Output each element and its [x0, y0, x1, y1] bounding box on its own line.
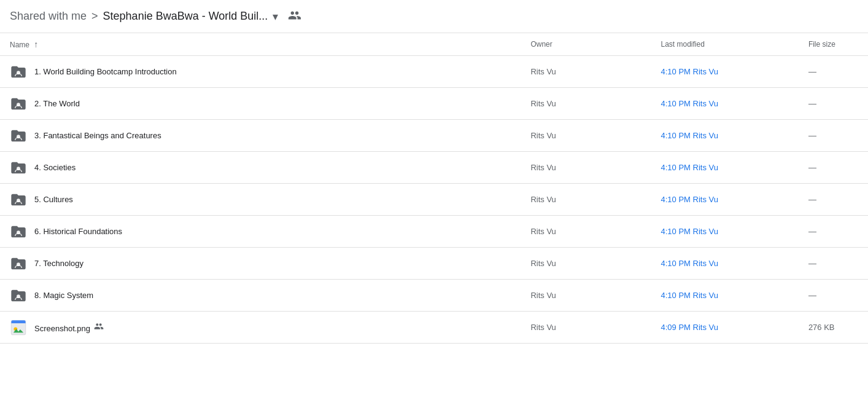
file-name-label: 2. The World [34, 99, 80, 108]
file-name-cell[interactable]: 1. World Building Bootcamp Introduction [0, 56, 521, 88]
breadcrumb-dropdown-button[interactable]: ▾ [273, 10, 278, 23]
folder-icon [10, 159, 27, 176]
file-name-label: 4. Societies [34, 163, 76, 172]
folder-icon [10, 127, 27, 144]
file-name-cell[interactable]: 5. Cultures [0, 184, 521, 216]
file-owner-cell: Rits Vu [521, 280, 651, 312]
table-row[interactable]: 6. Historical Foundations Rits Vu 4:10 P… [0, 216, 868, 248]
column-header-name[interactable]: Name ↑ [0, 33, 521, 56]
breadcrumb-people-icon[interactable] [288, 9, 301, 24]
table-row[interactable]: 4. Societies Rits Vu 4:10 PM Rits Vu — [0, 152, 868, 184]
file-size-cell: — [799, 120, 868, 152]
table-row[interactable]: 7. Technology Rits Vu 4:10 PM Rits Vu — [0, 248, 868, 280]
file-modified-cell: 4:10 PM Rits Vu [651, 184, 799, 216]
file-modified-cell: 4:10 PM Rits Vu [651, 120, 799, 152]
file-modified-cell: 4:10 PM Rits Vu [651, 248, 799, 280]
sort-ascending-icon: ↑ [34, 39, 38, 49]
table-row[interactable]: 3. Fantastical Beings and Creatures Rits… [0, 120, 868, 152]
file-name-cell[interactable]: 4. Societies [0, 152, 521, 184]
file-size-cell: 276 KB [799, 312, 868, 344]
file-name-cell[interactable]: Screenshot.png [0, 312, 521, 344]
file-name-label: 7. Technology [34, 259, 83, 268]
breadcrumb: Shared with me > Stephanie BwaBwa - Worl… [0, 0, 868, 33]
file-modified-cell: 4:10 PM Rits Vu [651, 56, 799, 88]
file-modified-cell: 4:10 PM Rits Vu [651, 280, 799, 312]
folder-icon [10, 223, 27, 240]
file-name-cell[interactable]: 2. The World [0, 88, 521, 120]
shared-people-icon [94, 321, 104, 331]
file-owner-cell: Rits Vu [521, 120, 651, 152]
folder-icon [10, 191, 27, 208]
file-name-label: Screenshot.png [34, 321, 104, 333]
file-owner-cell: Rits Vu [521, 56, 651, 88]
table-row[interactable]: Screenshot.png Rits Vu 4:09 PM Rits Vu 2… [0, 312, 868, 344]
file-name-cell[interactable]: 3. Fantastical Beings and Creatures [0, 120, 521, 152]
file-size-cell: — [799, 184, 868, 216]
file-modified-cell: 4:10 PM Rits Vu [651, 216, 799, 248]
file-size-cell: — [799, 280, 868, 312]
file-name-label: 5. Cultures [34, 195, 73, 204]
folder-icon [10, 95, 27, 112]
table-row[interactable]: 8. Magic System Rits Vu 4:10 PM Rits Vu … [0, 280, 868, 312]
folder-icon [10, 63, 27, 81]
table-row[interactable]: 5. Cultures Rits Vu 4:10 PM Rits Vu — [0, 184, 868, 216]
file-modified-cell: 4:09 PM Rits Vu [651, 312, 799, 344]
image-file-icon [10, 319, 27, 336]
file-owner-cell: Rits Vu [521, 312, 651, 344]
file-size-cell: — [799, 216, 868, 248]
file-owner-cell: Rits Vu [521, 216, 651, 248]
breadcrumb-current-folder: Stephanie BwaBwa - World Buil... [103, 10, 268, 23]
breadcrumb-separator: > [91, 10, 98, 23]
column-header-file-size[interactable]: File size [799, 33, 868, 56]
file-size-cell: — [799, 56, 868, 88]
file-name-label: 3. Fantastical Beings and Creatures [34, 131, 161, 140]
file-owner-cell: Rits Vu [521, 248, 651, 280]
folder-icon [10, 287, 27, 304]
file-size-cell: — [799, 88, 868, 120]
folder-icon [10, 255, 27, 272]
file-name-label: 8. Magic System [34, 291, 93, 300]
file-owner-cell: Rits Vu [521, 88, 651, 120]
svg-rect-10 [11, 322, 25, 323]
file-modified-cell: 4:10 PM Rits Vu [651, 88, 799, 120]
breadcrumb-shared-with-me[interactable]: Shared with me [10, 10, 87, 23]
file-name-cell[interactable]: 7. Technology [0, 248, 521, 280]
file-name-label: 6. Historical Foundations [34, 227, 122, 236]
column-header-last-modified[interactable]: Last modified [651, 33, 799, 56]
file-name-cell[interactable]: 6. Historical Foundations [0, 216, 521, 248]
file-size-cell: — [799, 248, 868, 280]
file-name-label: 1. World Building Bootcamp Introduction [34, 67, 177, 76]
table-row[interactable]: 1. World Building Bootcamp Introduction … [0, 56, 868, 88]
table-header-row: Name ↑ Owner Last modified File size [0, 33, 868, 56]
column-header-owner[interactable]: Owner [521, 33, 651, 56]
file-owner-cell: Rits Vu [521, 152, 651, 184]
table-row[interactable]: 2. The World Rits Vu 4:10 PM Rits Vu — [0, 88, 868, 120]
file-owner-cell: Rits Vu [521, 184, 651, 216]
file-table: Name ↑ Owner Last modified File size 1. … [0, 33, 868, 344]
file-name-cell[interactable]: 8. Magic System [0, 280, 521, 312]
file-modified-cell: 4:10 PM Rits Vu [651, 152, 799, 184]
file-size-cell: — [799, 152, 868, 184]
